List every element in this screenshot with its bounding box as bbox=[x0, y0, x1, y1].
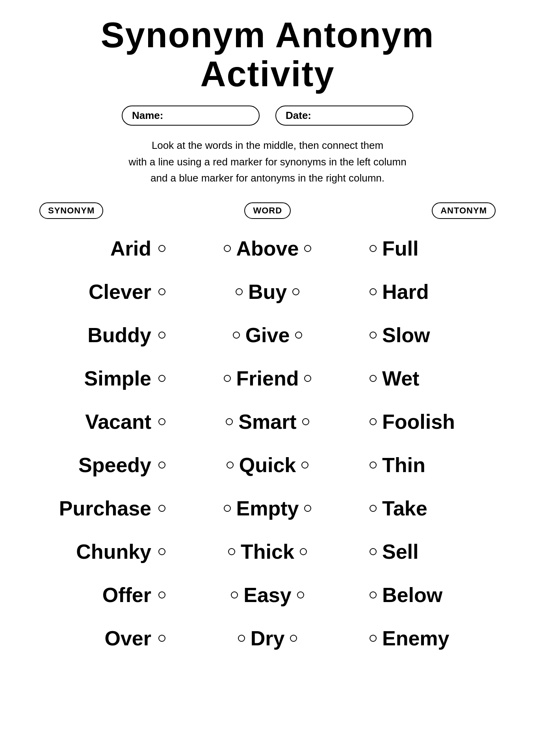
antonym-text: Foolish bbox=[382, 410, 455, 434]
word-left-circle[interactable] bbox=[226, 418, 233, 425]
word-right-circle[interactable] bbox=[304, 245, 311, 252]
synonym-circle[interactable] bbox=[158, 288, 165, 295]
synonym-circle[interactable] bbox=[158, 548, 165, 555]
synonym-text: Buddy bbox=[87, 323, 151, 347]
synonym-circle[interactable] bbox=[158, 505, 165, 512]
antonym-circle[interactable] bbox=[370, 245, 377, 252]
antonym-cell: Below bbox=[370, 583, 496, 607]
word-left-circle[interactable] bbox=[224, 375, 231, 382]
antonym-circle[interactable] bbox=[370, 332, 377, 339]
word-cell: Empty bbox=[204, 497, 331, 520]
word-right-circle[interactable] bbox=[297, 591, 304, 598]
word-text: Friend bbox=[236, 367, 299, 390]
page: Synonym Antonym Activity Name: Date: Loo… bbox=[0, 0, 535, 756]
word-right-circle[interactable] bbox=[302, 418, 309, 425]
antonym-circle[interactable] bbox=[370, 505, 377, 512]
synonym-circle[interactable] bbox=[158, 332, 165, 339]
columns-header: SYNONYM WORD ANTONYM bbox=[32, 202, 503, 219]
word-text: Thick bbox=[241, 540, 294, 563]
table-row: Offer Easy Below bbox=[32, 573, 503, 617]
synonym-text: Chunky bbox=[76, 540, 151, 563]
name-date-row: Name: Date: bbox=[32, 106, 503, 126]
word-left-circle[interactable] bbox=[227, 461, 234, 469]
word-text: Above bbox=[236, 237, 299, 260]
antonym-text: Sell bbox=[382, 540, 419, 563]
word-left-circle[interactable] bbox=[231, 591, 238, 598]
word-right-circle[interactable] bbox=[304, 505, 311, 512]
synonym-cell: Arid bbox=[39, 237, 165, 260]
word-right-circle[interactable] bbox=[290, 635, 297, 642]
word-text: Smart bbox=[238, 410, 296, 434]
antonym-text: Hard bbox=[382, 280, 429, 304]
name-label: Name: bbox=[132, 109, 163, 122]
table-row: Chunky Thick Sell bbox=[32, 530, 503, 573]
synonym-circle[interactable] bbox=[158, 635, 165, 642]
synonym-cell: Purchase bbox=[39, 497, 165, 520]
word-text: Give bbox=[245, 323, 290, 347]
table-row: Clever Buy Hard bbox=[32, 270, 503, 313]
word-cell: Thick bbox=[204, 540, 331, 563]
antonym-circle[interactable] bbox=[370, 591, 377, 598]
synonym-text: Over bbox=[104, 626, 151, 650]
word-left-circle[interactable] bbox=[236, 288, 243, 295]
synonym-circle[interactable] bbox=[158, 461, 165, 469]
synonym-text: Speedy bbox=[78, 453, 151, 477]
word-column-header: WORD bbox=[244, 202, 291, 219]
synonym-text: Arid bbox=[110, 237, 151, 260]
synonym-circle[interactable] bbox=[158, 375, 165, 382]
word-right-circle[interactable] bbox=[301, 461, 308, 469]
antonym-cell: Sell bbox=[370, 540, 496, 563]
word-cell: Give bbox=[204, 323, 331, 347]
synonym-circle[interactable] bbox=[158, 245, 165, 252]
synonym-text: Offer bbox=[102, 583, 151, 607]
antonym-circle[interactable] bbox=[370, 418, 377, 425]
synonym-circle[interactable] bbox=[158, 591, 165, 598]
antonym-text: Wet bbox=[382, 367, 419, 390]
synonym-text: Purchase bbox=[59, 497, 151, 520]
word-left-circle[interactable] bbox=[224, 245, 231, 252]
antonym-circle[interactable] bbox=[370, 635, 377, 642]
antonym-cell: Thin bbox=[370, 453, 496, 477]
synonym-cell: Chunky bbox=[39, 540, 165, 563]
word-text: Quick bbox=[239, 453, 296, 477]
word-right-circle[interactable] bbox=[300, 548, 307, 555]
word-cell: Above bbox=[204, 237, 331, 260]
antonym-cell: Wet bbox=[370, 367, 496, 390]
word-left-circle[interactable] bbox=[233, 332, 240, 339]
word-cell: Buy bbox=[204, 280, 331, 304]
word-right-circle[interactable] bbox=[304, 375, 311, 382]
synonym-text: Clever bbox=[89, 280, 151, 304]
synonym-cell: Over bbox=[39, 626, 165, 650]
antonym-text: Enemy bbox=[382, 626, 450, 650]
antonym-text: Slow bbox=[382, 323, 430, 347]
synonym-cell: Offer bbox=[39, 583, 165, 607]
word-right-circle[interactable] bbox=[292, 288, 299, 295]
word-text: Dry bbox=[251, 626, 285, 650]
word-left-circle[interactable] bbox=[224, 505, 231, 512]
antonym-cell: Enemy bbox=[370, 626, 496, 650]
word-cell: Dry bbox=[204, 626, 331, 650]
page-title: Synonym Antonym Activity bbox=[32, 16, 503, 94]
synonym-cell: Clever bbox=[39, 280, 165, 304]
table-row: Arid Above Full bbox=[32, 227, 503, 270]
synonym-cell: Speedy bbox=[39, 453, 165, 477]
antonym-circle[interactable] bbox=[370, 375, 377, 382]
antonym-circle[interactable] bbox=[370, 288, 377, 295]
synonym-text: Simple bbox=[84, 367, 152, 390]
name-field[interactable]: Name: bbox=[122, 106, 260, 126]
word-text: Easy bbox=[243, 583, 291, 607]
word-left-circle[interactable] bbox=[228, 548, 235, 555]
synonym-cell: Vacant bbox=[39, 410, 165, 434]
table-row: Simple Friend Wet bbox=[32, 357, 503, 400]
word-cell: Smart bbox=[204, 410, 331, 434]
antonym-text: Below bbox=[382, 583, 442, 607]
word-text: Buy bbox=[248, 280, 287, 304]
word-left-circle[interactable] bbox=[238, 635, 245, 642]
date-label: Date: bbox=[286, 109, 311, 122]
synonym-text: Vacant bbox=[85, 410, 151, 434]
antonym-circle[interactable] bbox=[370, 548, 377, 555]
antonym-circle[interactable] bbox=[370, 461, 377, 469]
synonym-circle[interactable] bbox=[158, 418, 165, 425]
date-field[interactable]: Date: bbox=[275, 106, 413, 126]
word-right-circle[interactable] bbox=[295, 332, 302, 339]
